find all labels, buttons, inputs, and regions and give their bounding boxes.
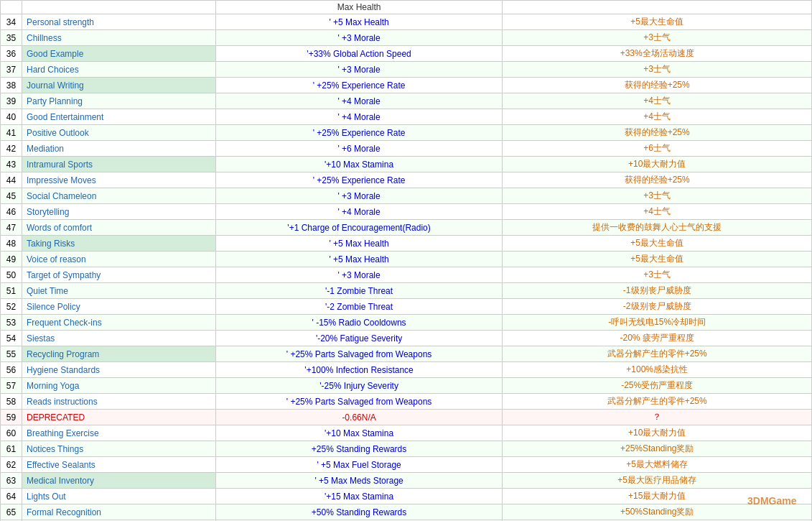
row-name: Chillness xyxy=(22,30,215,46)
effect-text: ' +5 Max Health xyxy=(329,254,388,264)
row-effect: +50% Standing Rewards xyxy=(215,504,503,520)
effect-text: '+33% Global Action Speed xyxy=(307,49,411,59)
cn-text: +15最大耐力值 xyxy=(628,491,686,501)
row-number: 34 xyxy=(1,14,22,30)
row-number: 50 xyxy=(1,267,22,283)
cn-text: 提供一收费的鼓舞人心士气的支援 xyxy=(592,222,722,232)
effect-text: '-2 Zombie Threat xyxy=(325,302,393,312)
row-effect: ' +4 Morale xyxy=(215,93,503,109)
watermark: 3DMGame xyxy=(747,490,805,514)
table-row: 60 Breathing Exercise '+10 Max Stamina +… xyxy=(1,425,812,441)
table-row: 50 Target of Sympathy ' +3 Morale +3士气 xyxy=(1,267,812,283)
effect-text: ' +3 Morale xyxy=(337,191,380,201)
row-cn: +5最大生命值 xyxy=(503,14,812,30)
row-effect: ' +5 Max Health xyxy=(215,14,503,30)
row-name: Target of Sympathy xyxy=(22,267,215,283)
row-cn: +3士气 xyxy=(503,30,812,46)
cn-text: +4士气 xyxy=(643,96,671,106)
effect-text: ' +5 Max Fuel Storage xyxy=(317,460,401,470)
row-name: Good Example xyxy=(22,46,215,62)
cn-text: 武器分解产生的零件+25% xyxy=(607,349,707,359)
table-row: 56 Hygiene Standards '+100% Infection Re… xyxy=(1,362,812,378)
cn-text: +3士气 xyxy=(643,190,671,200)
table-row: 59 DEPRECATED -0.66N/A ？ xyxy=(1,410,812,425)
row-cn: +6士气 xyxy=(503,141,812,157)
row-number: 65 xyxy=(1,504,22,520)
table-row: 55 Recycling Program ' +25% Parts Salvag… xyxy=(1,346,812,362)
cn-text: -呼叫无线电15%冷却时间 xyxy=(608,317,706,327)
table-row: 47 Words of comfort '+1 Charge of Encour… xyxy=(1,220,812,236)
header-effect: Max Health xyxy=(215,1,503,14)
table-row: 36 Good Example '+33% Global Action Spee… xyxy=(1,46,812,62)
row-number: 45 xyxy=(1,188,22,204)
effect-text: ' +6 Morale xyxy=(337,144,380,154)
row-number: 40 xyxy=(1,109,22,125)
row-cn: +10最大耐力值 xyxy=(503,425,812,441)
row-number: 52 xyxy=(1,299,22,315)
row-cn: -2级别丧尸威胁度 xyxy=(503,299,812,315)
cn-text: +5最大生命值 xyxy=(630,254,683,264)
cn-text: +3士气 xyxy=(643,32,671,42)
row-number: 38 xyxy=(1,78,22,93)
row-number: 63 xyxy=(1,473,22,489)
table-row: 57 Morning Yoga '-25% Injury Severity -2… xyxy=(1,378,812,394)
table-row: 65 Formal Recognition +50% Standing Rewa… xyxy=(1,504,812,520)
row-number: 39 xyxy=(1,93,22,109)
row-cn: +3士气 xyxy=(503,62,812,78)
effect-text: '+100% Infection Resistance xyxy=(304,365,413,375)
row-number: 57 xyxy=(1,378,22,394)
row-number: 44 xyxy=(1,172,22,188)
table-row: 52 Silence Policy '-2 Zombie Threat -2级别… xyxy=(1,299,812,315)
row-effect: '-1 Zombie Threat xyxy=(215,283,503,299)
table-row: 42 Mediation ' +6 Morale +6士气 xyxy=(1,141,812,157)
row-name: Frequent Check-ins xyxy=(22,315,215,331)
effect-text: ' +5 Max Health xyxy=(329,17,388,27)
effect-text: '-1 Zombie Threat xyxy=(325,286,393,296)
row-number: 41 xyxy=(1,125,22,141)
effect-text: ' +3 Morale xyxy=(337,33,380,43)
cn-text: +4士气 xyxy=(643,111,671,121)
row-effect: '+15 Max Stamina xyxy=(215,489,503,504)
table-row: 51 Quiet Time '-1 Zombie Threat -1级别丧尸威胁… xyxy=(1,283,812,299)
row-effect: +25% Standing Rewards xyxy=(215,441,503,457)
row-name: Hard Choices xyxy=(22,62,215,78)
row-cn: +4士气 xyxy=(503,204,812,220)
row-cn: +3士气 xyxy=(503,188,812,204)
cn-text: 武器分解产生的零件+25% xyxy=(607,396,707,406)
row-cn: +4士气 xyxy=(503,93,812,109)
cn-text: +50%Standing奖励 xyxy=(620,507,694,517)
skills-table: Max Health 34 Personal strength ' +5 Max… xyxy=(0,0,812,521)
row-name: Medical Inventory xyxy=(22,473,215,489)
cn-text: +5最大生命值 xyxy=(630,17,683,27)
effect-text: ' -15% Radio Cooldowns xyxy=(312,318,406,328)
row-effect: ' +4 Morale xyxy=(215,109,503,125)
row-name: Party Planning xyxy=(22,93,215,109)
row-cn: +5最大燃料储存 xyxy=(503,457,812,473)
row-name: Journal Writing xyxy=(22,78,215,93)
row-number: 58 xyxy=(1,394,22,410)
table-row: 61 Notices Things +25% Standing Rewards … xyxy=(1,441,812,457)
cn-text: +33%全场活动速度 xyxy=(620,48,694,58)
table-row: 34 Personal strength ' +5 Max Health +5最… xyxy=(1,14,812,30)
row-number: 43 xyxy=(1,157,22,172)
effect-text: +25% Standing Rewards xyxy=(312,444,406,454)
row-cn: 获得的经验+25% xyxy=(503,78,812,93)
effect-text: ' +4 Morale xyxy=(337,112,380,122)
table-row: 38 Journal Writing ' +25% Experience Rat… xyxy=(1,78,812,93)
row-cn: 武器分解产生的零件+25% xyxy=(503,394,812,410)
row-effect: ' +25% Experience Rate xyxy=(215,125,503,141)
effect-text: '+10 Max Stamina xyxy=(325,160,393,170)
row-number: 49 xyxy=(1,252,22,267)
table-row: 44 Impressive Moves ' +25% Experience Ra… xyxy=(1,172,812,188)
row-name: Effective Sealants xyxy=(22,457,215,473)
row-effect: ' +5 Max Health xyxy=(215,252,503,267)
row-cn: +100%感染抗性 xyxy=(503,362,812,378)
row-name: Impressive Moves xyxy=(22,172,215,188)
table-row: 35 Chillness ' +3 Morale +3士气 xyxy=(1,30,812,46)
table-row: 48 Taking Risks ' +5 Max Health +5最大生命值 xyxy=(1,236,812,252)
row-name: Voice of reason xyxy=(22,252,215,267)
cn-text: +25%Standing奖励 xyxy=(620,443,694,453)
row-number: 55 xyxy=(1,346,22,362)
row-name: DEPRECATED xyxy=(22,410,215,425)
effect-text: -0.66N/A xyxy=(342,412,375,423)
